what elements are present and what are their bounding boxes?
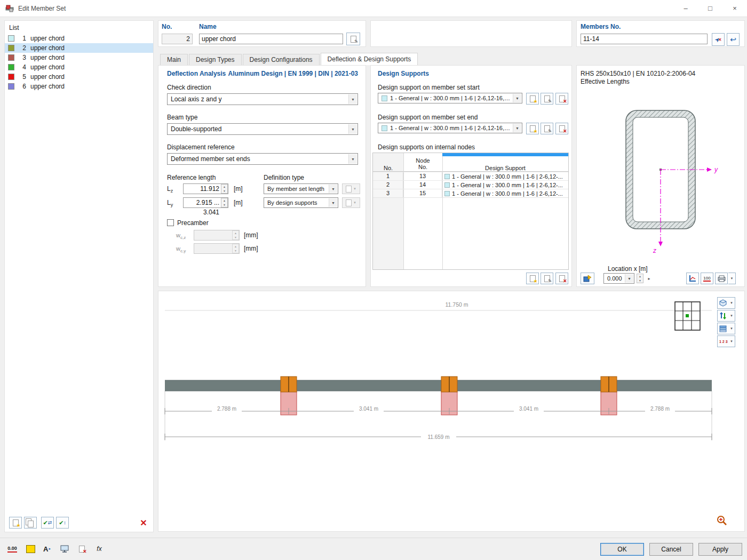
list-item[interactable]: 4 upper chord xyxy=(5,62,153,72)
font-button[interactable]: A ▸ xyxy=(39,542,54,555)
apply-button[interactable]: Apply xyxy=(698,543,742,556)
print-options-chevron-icon[interactable]: ▼ xyxy=(728,273,736,284)
view-direction-button[interactable]: ▼ xyxy=(717,310,735,322)
delete-internal-support-button[interactable]: ✕ xyxy=(555,273,568,284)
beam-type-label: Beam type xyxy=(167,114,197,121)
section-title: RHS 250x150x10 | EN 10210-2:2006-04 xyxy=(581,70,695,77)
ly-definition-select[interactable]: By design supports▼ xyxy=(264,197,338,208)
chevron-down-icon: ▼ xyxy=(730,327,733,330)
tab-design-configurations[interactable]: Design Configurations xyxy=(243,54,320,65)
member-set-list: 1 upper chord 2 upper chord 3 upper chor… xyxy=(5,34,153,91)
cancel-button[interactable]: Cancel xyxy=(649,543,693,556)
close-button[interactable]: × xyxy=(722,0,747,17)
view-3d-button[interactable]: ▼ xyxy=(717,297,735,309)
chevron-down-icon: ▼ xyxy=(329,185,337,193)
delete-support-end-button[interactable]: ✕ xyxy=(555,123,568,134)
beam-type-select[interactable]: Double-supported▼ xyxy=(167,123,358,135)
section-panel: RHS 250x150x10 | EN 10210-2:2006-04 Effe… xyxy=(576,65,745,287)
tab-main[interactable]: Main xyxy=(160,54,188,65)
chevron-down-icon: ▼ xyxy=(348,124,357,134)
decimal-places-button[interactable]: 0.00 xyxy=(4,542,20,555)
apply-to-graphic-button[interactable] xyxy=(581,273,594,284)
list-item-selected[interactable]: 2 upper chord xyxy=(5,43,153,53)
reselect-members-icon[interactable]: ↩ xyxy=(727,33,740,46)
check-direction-select[interactable]: Local axis z and y▼ xyxy=(167,93,358,105)
list-item-label: upper chord xyxy=(30,54,65,61)
lz-support-button: ▼ xyxy=(342,183,360,194)
tab-deflection-design-supports[interactable]: Deflection & Design Supports xyxy=(321,53,418,65)
chevron-down-icon: ▼ xyxy=(348,94,357,104)
new-internal-support-button[interactable]: ★ xyxy=(526,273,539,284)
precamber-checkbox[interactable] xyxy=(167,219,174,226)
member-set-graphics-panel[interactable]: 11.750 m xyxy=(158,291,745,532)
print-button[interactable] xyxy=(715,273,728,284)
list-item[interactable]: 1 upper chord xyxy=(5,34,153,43)
lz-unit: [m] xyxy=(234,185,243,193)
edit-name-button[interactable]: ✎ xyxy=(346,33,360,45)
new-support-start-button[interactable]: ★ xyxy=(526,93,539,105)
lz-stepper[interactable]: ▲▼ xyxy=(221,184,228,194)
list-item[interactable]: 5 upper chord xyxy=(5,72,153,82)
color-scheme-button[interactable] xyxy=(23,542,37,555)
color-swatch xyxy=(8,64,14,70)
list-item-number: 3 xyxy=(14,54,26,61)
list-item[interactable]: 3 upper chord xyxy=(5,53,153,62)
location-x-label: Location x [m] xyxy=(608,265,648,273)
support-end-select[interactable]: 1 - General | w : 300.0 mm | 1-6 | 2-6,1… xyxy=(378,123,522,133)
design-supports-panel: Design Supports Design support on member… xyxy=(370,65,572,287)
location-x-stepper[interactable]: ▲▼ xyxy=(637,274,643,283)
titlebar: Edit Member Set – □ × xyxy=(0,0,747,17)
copy-member-set-button[interactable] xyxy=(24,517,37,529)
list-item[interactable]: 6 upper chord xyxy=(5,82,153,91)
location-x-select[interactable]: 0.000▼ xyxy=(603,273,634,284)
wcy-label: wc,y xyxy=(176,245,186,253)
numbering-button[interactable]: 1 2 3 ▼ xyxy=(717,335,735,347)
list-item-number: 6 xyxy=(14,83,26,90)
ly-stepper[interactable]: ▲▼ xyxy=(221,198,228,207)
support-color-swatch xyxy=(444,182,450,188)
ok-button[interactable]: OK xyxy=(600,543,644,556)
diagram-button[interactable] xyxy=(686,273,699,284)
maximize-button[interactable]: □ xyxy=(698,0,722,17)
dim-total-label: 11.659 m xyxy=(428,434,450,440)
color-swatch xyxy=(8,83,14,90)
name-input[interactable] xyxy=(199,34,343,44)
tab-design-types[interactable]: Design Types xyxy=(189,54,242,65)
new-support-end-button[interactable]: ★ xyxy=(526,123,539,134)
support-start-select[interactable]: 1 - General | w : 300.0 mm | 1-6 | 2-6,1… xyxy=(378,93,522,103)
location-next-button[interactable]: ▸ xyxy=(646,273,653,284)
wcz-stepper: ▲▼ xyxy=(232,230,239,240)
delete-support-start-button[interactable]: ✕ xyxy=(555,93,568,105)
zoom-reset-button[interactable] xyxy=(714,513,729,528)
members-no-input[interactable] xyxy=(581,34,708,44)
design-standard-label: Aluminum Design | EN 1999 | DIN | 2021-0… xyxy=(228,70,359,77)
centroid-node-icon xyxy=(659,169,662,171)
display-settings-button[interactable] xyxy=(58,542,71,555)
edit-support-start-button[interactable]: ✎ xyxy=(541,93,553,105)
table-row[interactable]: 3 15 1 - General | w : 300.0 mm | 1-6 | … xyxy=(373,189,568,197)
delete-settings-button[interactable]: ✕ xyxy=(75,542,89,555)
chevron-down-icon: ▼ xyxy=(348,154,357,164)
list-item-number: 4 xyxy=(14,63,26,71)
table-row[interactable]: 2 14 1 - General | w : 300.0 mm | 1-6 | … xyxy=(373,180,568,189)
members-no-label: Members No. xyxy=(581,23,621,30)
edit-internal-support-button[interactable]: ✎ xyxy=(541,273,553,284)
renumber-button[interactable]: ✔↕ xyxy=(56,517,69,529)
delete-member-set-button[interactable]: ✕ xyxy=(137,517,150,529)
formula-button[interactable]: fx xyxy=(92,542,107,555)
dimensions-button[interactable]: 100 xyxy=(701,273,713,284)
check-all-button[interactable]: ✔⇄ xyxy=(41,517,54,529)
internal-nodes-table[interactable]: No. NodeNo. Design Support 1 13 1 - Gene… xyxy=(372,153,569,270)
lz-definition-select[interactable]: By member set length▼ xyxy=(264,183,338,194)
list-item-number: 1 xyxy=(14,35,26,42)
display-objects-button[interactable]: ▼ xyxy=(717,323,735,334)
select-members-icon[interactable]: ➤ ✕ xyxy=(712,33,725,46)
dim-top-label: 11.750 m xyxy=(446,301,468,308)
displacement-reference-select[interactable]: Deformed member set ends▼ xyxy=(167,153,358,165)
minimize-button[interactable]: – xyxy=(673,0,698,17)
new-member-set-button[interactable]: ★ xyxy=(9,517,22,529)
color-swatch xyxy=(8,45,14,51)
wcy-unit: [mm] xyxy=(244,245,258,252)
edit-support-end-button[interactable]: ✎ xyxy=(541,123,553,134)
table-row[interactable]: 1 13 1 - General | w : 300.0 mm | 1-6 | … xyxy=(373,172,568,180)
